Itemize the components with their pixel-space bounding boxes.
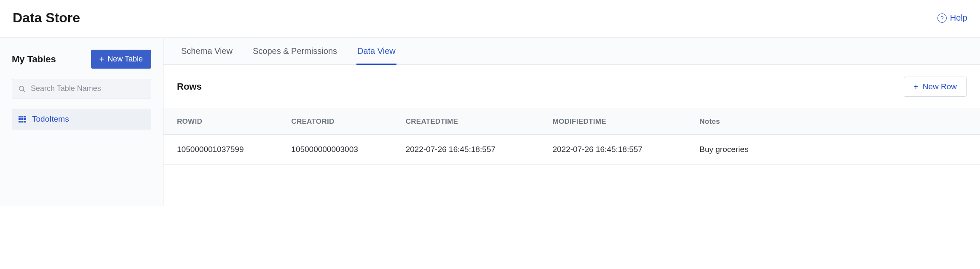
cell-notes: Buy groceries [686, 135, 980, 165]
help-label: Help [950, 13, 967, 23]
table-row[interactable]: 105000001037599 105000000003003 2022-07-… [163, 135, 980, 165]
help-icon: ? [937, 13, 947, 23]
svg-line-1 [23, 90, 25, 91]
svg-rect-2 [19, 116, 21, 117]
page-title: Data Store [13, 10, 80, 26]
data-table: ROWID CREATORID CREATEDTIME MODIFIEDTIME… [163, 109, 980, 165]
cell-createdtime: 2022-07-26 16:45:18:557 [392, 135, 539, 165]
col-modifiedtime[interactable]: MODIFIEDTIME [539, 109, 686, 135]
cell-creatorid: 105000000003003 [278, 135, 392, 165]
table-header-row: ROWID CREATORID CREATEDTIME MODIFIEDTIME… [163, 109, 980, 135]
svg-rect-5 [19, 118, 21, 120]
page-header: Data Store ? Help [0, 0, 980, 38]
sidebar-title: My Tables [12, 54, 56, 65]
search-icon [18, 85, 26, 93]
col-notes[interactable]: Notes [686, 109, 980, 135]
tabs: Schema View Scopes & Permissions Data Vi… [163, 38, 980, 65]
new-table-label: New Table [107, 55, 143, 64]
svg-rect-7 [24, 118, 26, 120]
sidebar-item-label: TodoItems [32, 115, 69, 124]
tab-scopes-permissions[interactable]: Scopes & Permissions [252, 38, 338, 65]
help-link[interactable]: ? Help [937, 13, 967, 23]
tab-schema-view[interactable]: Schema View [180, 38, 233, 65]
plus-icon: + [99, 55, 104, 64]
search-wrap[interactable] [12, 79, 151, 99]
sidebar-header: My Tables + New Table [12, 50, 151, 69]
rows-header: Rows + New Row [163, 65, 980, 109]
cell-rowid: 105000001037599 [163, 135, 278, 165]
new-row-label: New Row [923, 82, 957, 91]
svg-rect-9 [21, 121, 24, 123]
svg-point-0 [19, 86, 24, 91]
col-rowid[interactable]: ROWID [163, 109, 278, 135]
rows-title: Rows [177, 81, 202, 92]
tab-data-view[interactable]: Data View [356, 38, 396, 65]
col-creatorid[interactable]: CREATORID [278, 109, 392, 135]
sidebar: My Tables + New Table [0, 38, 163, 206]
sidebar-item-todoitems[interactable]: TodoItems [12, 109, 151, 130]
col-createdtime[interactable]: CREATEDTIME [392, 109, 539, 135]
svg-rect-3 [21, 116, 24, 117]
search-input[interactable] [31, 84, 145, 93]
new-row-button[interactable]: + New Row [904, 77, 967, 97]
svg-rect-4 [24, 116, 26, 117]
new-table-button[interactable]: + New Table [91, 50, 151, 69]
svg-rect-10 [24, 121, 26, 123]
plus-icon: + [913, 83, 918, 91]
svg-rect-6 [21, 118, 24, 120]
cell-modifiedtime: 2022-07-26 16:45:18:557 [539, 135, 686, 165]
main: Schema View Scopes & Permissions Data Vi… [163, 38, 980, 206]
svg-rect-8 [19, 121, 21, 123]
table-icon [19, 116, 26, 123]
